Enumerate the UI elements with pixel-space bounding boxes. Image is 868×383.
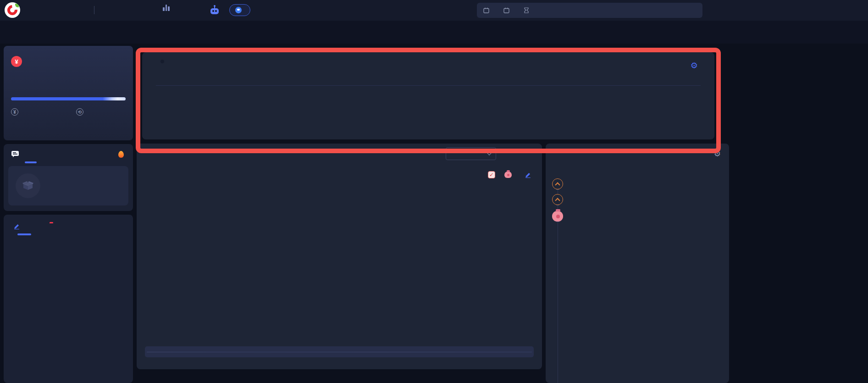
line-chart (145, 189, 534, 327)
refund-metric: ⟲ (76, 108, 86, 119)
topbar (0, 0, 868, 21)
edit-button[interactable] (525, 172, 534, 178)
hourglass-icon (524, 7, 529, 13)
bar-chart-icon (163, 4, 170, 12)
new-badge (50, 222, 53, 223)
explain-empty-state (8, 166, 128, 205)
refund-icon: ⟲ (76, 108, 83, 116)
legend-online[interactable] (145, 172, 153, 178)
end-time-label (503, 7, 512, 13)
dashboard-page: ¥ ¥ ⟲ (0, 0, 868, 383)
live-control-panel: ⚙ (546, 144, 729, 383)
duration-label (524, 7, 531, 13)
chart-card: ✓ (137, 144, 542, 369)
range-select[interactable] (446, 147, 496, 160)
edit-pencil-icon[interactable] (13, 223, 20, 229)
gear-icon[interactable]: ⚙ (691, 61, 698, 70)
tab-key-comments[interactable] (11, 222, 20, 230)
legend-orders[interactable] (182, 172, 190, 178)
flame-icon (118, 151, 124, 158)
main-nav (0, 21, 868, 44)
metrics-card: ⚙ (142, 52, 714, 139)
divider (156, 85, 701, 86)
yuan-coin-icon: ¥ (11, 56, 22, 67)
lucky-bag-checkbox[interactable]: ✓ (488, 171, 495, 178)
calendar-icon (503, 7, 509, 13)
sales-progress-bar (11, 97, 126, 100)
start-time-label (483, 7, 492, 13)
legend-organic[interactable] (200, 172, 208, 178)
headset-icon (235, 7, 242, 13)
explain-card (4, 144, 133, 211)
legend-paid[interactable] (218, 172, 227, 178)
comments-list (4, 239, 133, 242)
tab-explain[interactable] (11, 150, 23, 158)
lucky-bag-icon (552, 211, 563, 222)
lucky-bag-icon (504, 172, 512, 178)
robot-assistant-icon[interactable] (209, 5, 221, 18)
consultant-pill[interactable] (229, 4, 250, 16)
metrics-tabs (160, 60, 164, 63)
brand-logo-icon (5, 2, 20, 18)
chat-bubble-icon (11, 150, 19, 158)
empty-box-icon (16, 173, 40, 198)
hot-explain-rank-link[interactable] (118, 151, 126, 158)
chart-scrollbar[interactable] (145, 346, 534, 357)
gpm-metric: ¥ (11, 108, 21, 119)
chart-legend: ✓ (145, 171, 534, 178)
sales-card: ¥ ¥ ⟲ (4, 46, 133, 140)
legend-sales[interactable] (163, 172, 171, 178)
event-timeline (546, 167, 729, 217)
live-status (163, 4, 173, 12)
schedule-pill (477, 3, 702, 18)
yuan-icon: ¥ (11, 108, 18, 116)
chevron-up-icon[interactable] (552, 194, 563, 205)
comments-card (4, 215, 133, 383)
chevron-up-icon[interactable] (552, 178, 563, 189)
chevron-down-icon (487, 150, 492, 155)
divider (94, 6, 94, 14)
gear-icon[interactable]: ⚙ (714, 149, 721, 158)
edit-pencil-icon (525, 172, 531, 178)
chart-plot[interactable] (145, 189, 534, 327)
calendar-icon (483, 7, 489, 13)
